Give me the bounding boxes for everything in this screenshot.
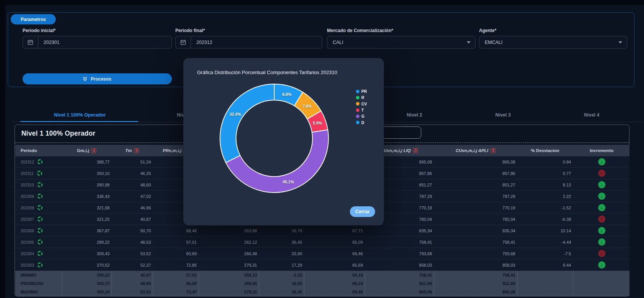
summary-value-cell: 40,87 bbox=[112, 271, 153, 279]
value-cell: 52,37 bbox=[112, 259, 153, 270]
value-cell: 865,08 bbox=[434, 156, 517, 167]
value-cell: 53,52 bbox=[112, 248, 153, 259]
value-cell: 9.44 bbox=[517, 259, 573, 270]
chevron-down-icon[interactable] bbox=[618, 41, 622, 44]
slice-percentage-label: 7.8% bbox=[303, 104, 312, 109]
legend-item-r[interactable]: R bbox=[356, 94, 367, 100]
cerrar-button[interactable]: Cerrar bbox=[350, 206, 375, 217]
tab-nivel-2[interactable]: Nivel 2 bbox=[407, 112, 422, 118]
refresh-icon[interactable] bbox=[37, 182, 43, 188]
value-cell: 51,24 bbox=[112, 156, 153, 167]
summary-value-cell bbox=[517, 271, 573, 279]
export-file-icon[interactable] bbox=[490, 148, 495, 153]
slice-percentage-label: 8.8% bbox=[282, 92, 291, 97]
legend-item-pr[interactable]: PR bbox=[356, 88, 367, 94]
summary-value-cell: 811,69 bbox=[365, 279, 434, 288]
periodo-cell: 202309 bbox=[15, 191, 62, 202]
refresh-icon[interactable] bbox=[37, 170, 42, 176]
incremento-cell: ↑ bbox=[573, 214, 630, 225]
period-input[interactable]: 202312 bbox=[175, 36, 322, 49]
value-cell: 48,53 bbox=[112, 236, 153, 248]
trend-down-icon: ↓ bbox=[598, 238, 605, 246]
legend-label: D bbox=[361, 120, 364, 125]
value-cell: 8.13 bbox=[517, 179, 573, 190]
tab-nivel-1-100-operador[interactable]: Nivel 1 100% Operador bbox=[54, 112, 105, 118]
legend-dot bbox=[356, 121, 359, 124]
summary-value-cell: 64,16 bbox=[304, 271, 365, 279]
periodo-cell: 202306 bbox=[15, 225, 62, 236]
value-cell: 858,03 bbox=[365, 259, 434, 270]
export-file-icon[interactable] bbox=[91, 148, 96, 153]
summary-value-cell bbox=[517, 288, 573, 296]
value-cell: 388,77 bbox=[62, 156, 112, 167]
summary-value-cell: 865,08 bbox=[365, 288, 434, 296]
refresh-icon[interactable] bbox=[37, 205, 43, 211]
period-input[interactable]: 202301 bbox=[23, 36, 172, 49]
calendar-button[interactable] bbox=[176, 36, 191, 48]
tab-nivel-3[interactable]: Nivel 3 bbox=[495, 112, 511, 118]
value-cell: 266,48 bbox=[199, 248, 259, 259]
procesos-button-label: Procesos bbox=[91, 76, 111, 82]
field-value: 202301 bbox=[38, 40, 60, 45]
procesos-button[interactable]: Procesos bbox=[23, 73, 172, 84]
donut-slice-g[interactable] bbox=[226, 130, 328, 193]
refresh-icon[interactable] bbox=[37, 251, 43, 256]
summary-value-cell: 393,10 bbox=[62, 288, 112, 296]
calendar-button[interactable] bbox=[23, 36, 38, 48]
legend-dot bbox=[356, 115, 359, 118]
select-input[interactable]: EMCALI bbox=[479, 36, 627, 49]
value-cell: 65,09 bbox=[304, 236, 365, 248]
summary-value-cell: 66,00 bbox=[153, 279, 199, 288]
field-label: Periodo final* bbox=[175, 28, 322, 33]
summary-value-cell: 268,65 bbox=[199, 279, 259, 288]
summary-value-cell bbox=[517, 279, 573, 288]
value-cell: 367,87 bbox=[62, 225, 112, 236]
trend-down-icon: ↓ bbox=[598, 158, 605, 165]
refresh-icon[interactable] bbox=[37, 159, 43, 165]
column-header: Periodo bbox=[15, 145, 62, 156]
value-cell: 390,98 bbox=[62, 179, 112, 190]
incremento-cell: ↑ bbox=[573, 248, 630, 259]
refresh-icon[interactable] bbox=[37, 216, 43, 222]
donut-slice-d[interactable] bbox=[220, 84, 274, 163]
tab-nivel-4[interactable]: Nivel 4 bbox=[584, 112, 599, 118]
refresh-icon[interactable] bbox=[37, 193, 43, 199]
donut-chart bbox=[217, 81, 332, 196]
incremento-cell: ↓ bbox=[573, 259, 630, 270]
value-cell: 57,01 bbox=[153, 236, 199, 248]
refresh-icon[interactable] bbox=[37, 262, 43, 268]
export-file-icon[interactable] bbox=[134, 148, 139, 153]
select-input[interactable]: CALI bbox=[327, 36, 476, 49]
value-cell: 46,96 bbox=[112, 202, 153, 213]
legend-item-d[interactable]: D bbox=[356, 119, 367, 125]
incremento-cell: ↓ bbox=[573, 191, 630, 202]
table-row: 202306367,8750,7068,48263,8816,7067,7183… bbox=[15, 225, 629, 236]
field-value: CALI bbox=[327, 40, 343, 45]
field-value: 202312 bbox=[191, 40, 212, 45]
chart-modal-title: Gráfica Distribución Porcentual Componen… bbox=[197, 70, 337, 75]
periodo-cell: 202305 bbox=[15, 236, 62, 248]
summary-empty-cell bbox=[573, 288, 630, 296]
value-cell: -7.5 bbox=[517, 248, 573, 259]
legend-item-g[interactable]: G bbox=[356, 113, 367, 119]
summary-value-cell: 48,90 bbox=[112, 279, 153, 288]
column-header: % Desviacion bbox=[517, 145, 573, 156]
refresh-icon[interactable] bbox=[37, 239, 43, 245]
column-header: Gm,i,j bbox=[62, 145, 112, 156]
incremento-cell: ↓ bbox=[573, 225, 630, 236]
trend-down-icon: ↓ bbox=[598, 227, 605, 234]
summary-empty-cell bbox=[573, 271, 630, 279]
value-cell: 279,31 bbox=[199, 259, 259, 270]
slice-percentage-label: 5.9% bbox=[313, 121, 322, 125]
value-cell: 48,60 bbox=[112, 179, 153, 190]
parameters-tab[interactable]: Parametros bbox=[11, 14, 56, 24]
table-row: 202304309,4353,5260,89266,4833,9069,4679… bbox=[15, 248, 629, 259]
chevron-down-icon[interactable] bbox=[467, 41, 471, 44]
legend-item-t[interactable]: T bbox=[356, 107, 367, 113]
periodo-cell: 202307 bbox=[15, 214, 62, 225]
periodo-value: 202304 bbox=[21, 251, 34, 256]
app-background: Parametros Periodo inicial*202301Periodo… bbox=[5, 5, 644, 298]
export-file-icon[interactable] bbox=[413, 148, 418, 153]
legend-item-cv[interactable]: CV bbox=[356, 101, 367, 107]
refresh-icon[interactable] bbox=[37, 228, 43, 233]
